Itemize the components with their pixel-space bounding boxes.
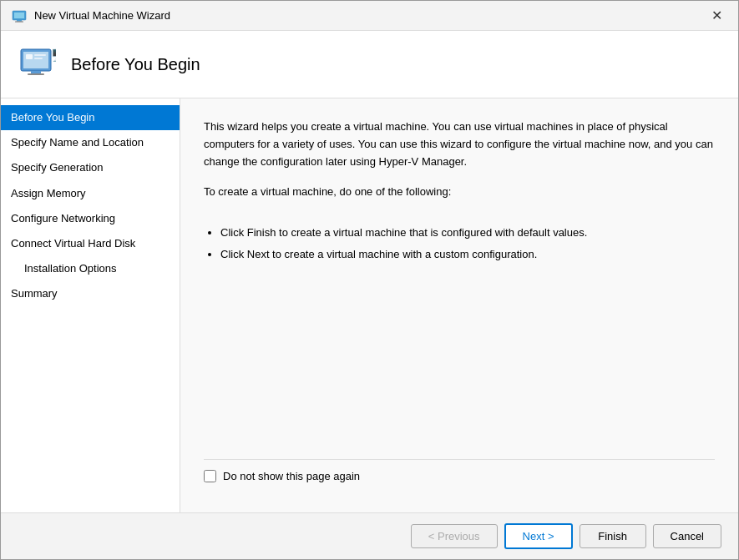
previous-button[interactable]: < Previous bbox=[411, 524, 498, 548]
svg-rect-6 bbox=[31, 71, 41, 73]
next-button[interactable]: Next > bbox=[504, 523, 573, 549]
wizard-window: New Virtual Machine Wizard ✕ 🖥️ Before Y… bbox=[0, 0, 739, 560]
description-paragraph1: This wizard helps you create a virtual m… bbox=[204, 119, 715, 170]
sidebar-item-installation-options[interactable]: Installation Options bbox=[1, 256, 180, 281]
sidebar-item-configure-networking[interactable]: Configure Networking bbox=[1, 206, 180, 231]
sidebar: Before You BeginSpecify Name and Locatio… bbox=[1, 98, 180, 512]
close-button[interactable]: ✕ bbox=[705, 4, 728, 28]
title-bar: New Virtual Machine Wizard ✕ bbox=[1, 1, 738, 31]
window-icon bbox=[11, 8, 28, 24]
wizard-footer: < Previous Next > Finish Cancel bbox=[1, 512, 738, 559]
wizard-title: Before You Begin bbox=[71, 55, 200, 74]
svg-rect-3 bbox=[15, 21, 23, 22]
svg-rect-8 bbox=[26, 54, 33, 59]
sidebar-item-summary[interactable]: Summary bbox=[1, 281, 180, 306]
description-paragraph2: To create a virtual machine, do one of t… bbox=[204, 184, 715, 201]
svg-rect-7 bbox=[28, 73, 44, 75]
checkbox-area: Do not show this page again bbox=[204, 459, 715, 492]
header-monitor-icon: 🖥️ bbox=[18, 44, 58, 84]
svg-rect-1 bbox=[14, 13, 24, 18]
sidebar-item-before-you-begin[interactable]: Before You Begin bbox=[1, 105, 180, 130]
main-content: This wizard helps you create a virtual m… bbox=[180, 98, 738, 512]
window-title: New Virtual Machine Wizard bbox=[34, 9, 705, 22]
bullet-list: Click Finish to create a virtual machine… bbox=[220, 225, 715, 267]
sidebar-item-connect-vhd[interactable]: Connect Virtual Hard Disk bbox=[1, 231, 180, 256]
svg-text:🖥️: 🖥️ bbox=[51, 48, 56, 63]
do-not-show-checkbox[interactable] bbox=[204, 470, 216, 482]
svg-rect-2 bbox=[17, 20, 22, 22]
bullet-item-0: Click Finish to create a virtual machine… bbox=[220, 225, 715, 241]
svg-rect-9 bbox=[34, 54, 46, 56]
sidebar-item-specify-generation[interactable]: Specify Generation bbox=[1, 155, 180, 180]
svg-rect-10 bbox=[34, 58, 43, 59]
do-not-show-label[interactable]: Do not show this page again bbox=[223, 470, 360, 482]
cancel-button[interactable]: Cancel bbox=[653, 524, 721, 548]
finish-button[interactable]: Finish bbox=[580, 524, 646, 548]
sidebar-item-specify-name[interactable]: Specify Name and Location bbox=[1, 130, 180, 155]
content-area: Before You BeginSpecify Name and Locatio… bbox=[1, 98, 738, 512]
wizard-header: 🖥️ Before You Begin bbox=[1, 31, 738, 98]
bullet-item-1: Click Next to create a virtual machine w… bbox=[220, 246, 715, 263]
sidebar-item-assign-memory[interactable]: Assign Memory bbox=[1, 181, 180, 206]
